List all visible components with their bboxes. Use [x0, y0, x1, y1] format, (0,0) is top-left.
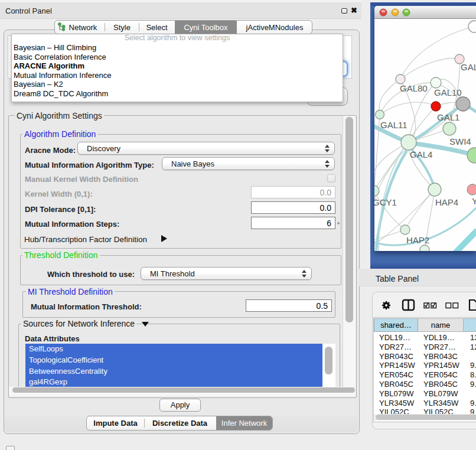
svg-text:GAL4: GAL4: [410, 149, 432, 159]
svg-text:SWI4: SWI4: [449, 136, 471, 146]
svg-text:GAL11: GAL11: [380, 120, 407, 130]
svg-text:GAL7: GAL7: [461, 62, 476, 72]
svg-text:Y: Y: [472, 196, 476, 206]
svg-text:GAL10: GAL10: [434, 87, 462, 97]
svg-text:HAP2: HAP2: [406, 235, 429, 245]
svg-text:HAP4: HAP4: [435, 197, 458, 207]
svg-text:GAL80: GAL80: [400, 83, 428, 93]
svg-text:GAL1: GAL1: [437, 112, 459, 122]
svg-text:GCY1: GCY1: [374, 197, 397, 207]
